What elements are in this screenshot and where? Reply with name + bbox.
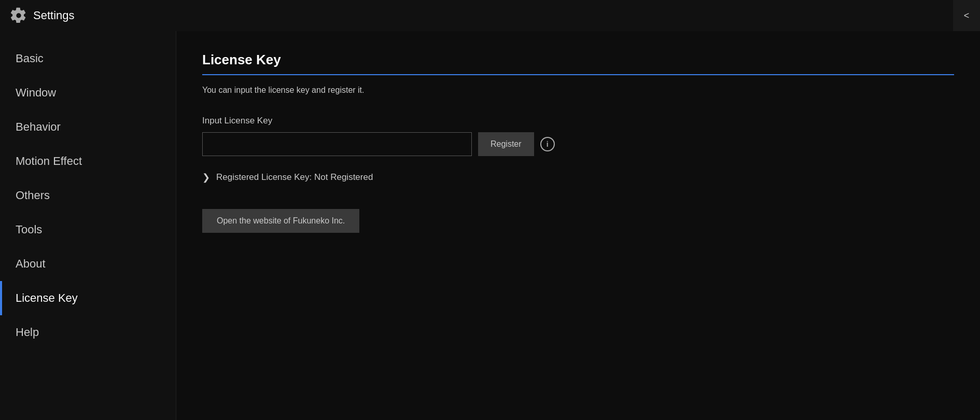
info-icon[interactable]: i: [540, 137, 555, 151]
website-button[interactable]: Open the website of Fukuneko Inc.: [202, 209, 359, 233]
register-button[interactable]: Register: [478, 132, 534, 156]
section-description: You can input the license key and regist…: [202, 86, 954, 95]
registered-status-text: Registered License Key: Not Registered: [216, 172, 373, 183]
license-key-input[interactable]: [202, 132, 472, 156]
input-row: Register i: [202, 132, 954, 156]
sidebar-item-motion-effect[interactable]: Motion Effect: [0, 144, 176, 178]
sidebar-item-others[interactable]: Others: [0, 178, 176, 213]
collapse-button[interactable]: <: [953, 0, 980, 31]
sidebar-item-basic[interactable]: Basic: [0, 41, 176, 76]
gear-icon: [10, 7, 27, 24]
sidebar-label-basic: Basic: [16, 52, 44, 65]
sidebar-label-others: Others: [16, 189, 50, 202]
info-icon-label: i: [547, 140, 549, 148]
sidebar-item-about[interactable]: About: [0, 247, 176, 281]
sidebar-label-motion-effect: Motion Effect: [16, 155, 82, 168]
chevron-right-icon: ❯: [202, 172, 210, 183]
sidebar-label-help: Help: [16, 326, 39, 339]
main-container: Basic Window Behavior Motion Effect Othe…: [0, 31, 980, 420]
sidebar: Basic Window Behavior Motion Effect Othe…: [0, 31, 176, 420]
sidebar-item-behavior[interactable]: Behavior: [0, 110, 176, 144]
sidebar-label-behavior: Behavior: [16, 120, 61, 134]
sidebar-label-window: Window: [16, 86, 56, 100]
sidebar-item-help[interactable]: Help: [0, 315, 176, 349]
sidebar-label-about: About: [16, 257, 46, 271]
section-title: License Key: [202, 52, 954, 75]
sidebar-label-license-key: License Key: [16, 291, 78, 305]
title-bar-left: Settings: [10, 7, 75, 24]
title-bar: Settings <: [0, 0, 980, 31]
content-area: License Key You can input the license ke…: [176, 31, 980, 420]
sidebar-item-license-key[interactable]: License Key: [0, 281, 176, 315]
sidebar-label-tools: Tools: [16, 223, 42, 236]
sidebar-item-window[interactable]: Window: [0, 76, 176, 110]
sidebar-item-tools[interactable]: Tools: [0, 213, 176, 247]
app-title: Settings: [33, 9, 75, 22]
registered-status: ❯ Registered License Key: Not Registered: [202, 172, 954, 183]
input-label: Input License Key: [202, 116, 954, 126]
